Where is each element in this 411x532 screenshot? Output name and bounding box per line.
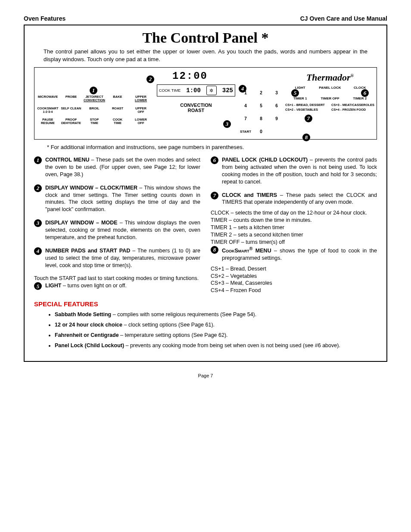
descriptions: 1 CONTROL MENU – These pads set the oven… xyxy=(34,156,377,294)
key-2: 2 xyxy=(256,87,266,98)
desc-7: 7 CLOCK and TIMERS – These pads select t… xyxy=(211,192,377,206)
desc-7-cont3: TIMER 1 – sets a kitchen timer TIMER 2 –… xyxy=(211,224,377,246)
label-timer-off: TIMER OFF xyxy=(315,96,345,100)
label-clock: CLOCK xyxy=(345,86,375,90)
pad-upper-off: UPPER OFF xyxy=(129,106,153,115)
pad-lower-off: LOWER OFF xyxy=(129,117,153,126)
cs3: CS+3 - MEAT/CASSEROLES xyxy=(331,103,375,107)
special-item: Sabbath Mode Setting – complies with som… xyxy=(55,310,377,319)
label-panel-lock: PANEL LOCK xyxy=(315,86,345,90)
page-number: Page 7 xyxy=(24,373,387,378)
page-title: The Control Panel * xyxy=(34,30,377,46)
key-start: START xyxy=(240,126,251,137)
fan-icon: ✲ xyxy=(206,86,217,95)
label-timer-1: TIMER 1 xyxy=(285,96,315,100)
pad-roast: ROAST xyxy=(106,106,129,115)
header-left: Oven Features xyxy=(24,15,65,22)
label-timer-2: TIMER 2 xyxy=(345,96,375,100)
key-7: 7 xyxy=(240,113,251,124)
pad-bake: BAKE xyxy=(106,94,129,103)
pad-broil: BROIL xyxy=(83,106,106,115)
cs2: CS+2 - VEGETABLES xyxy=(285,108,329,112)
control-panel-diagram: 1 2 3 4 5 6 7 8 MICROWAVE PROBE JETDIREC… xyxy=(34,67,377,140)
desc-5: 5 LIGHT – turns oven light on or off. xyxy=(34,282,200,290)
right-panel: Thermador® LIGHT PANEL LOCK CLOCK TIMER … xyxy=(285,70,375,137)
key-8: 8 xyxy=(256,113,266,124)
mode-name: CONVECTION ROAST xyxy=(155,103,237,113)
key-3: 3 xyxy=(271,87,282,98)
special-features-list: Sabbath Mode Setting – complies with som… xyxy=(47,310,377,350)
desc-1: 1 CONTROL MENU – These pads set the oven… xyxy=(34,156,200,178)
footnote: * For additional information and instruc… xyxy=(47,144,377,150)
pad-stop-time: STOP TIME xyxy=(83,117,106,126)
brand-logo: Thermador® xyxy=(285,72,375,83)
cs1: CS+1 - BREAD, DESSERT xyxy=(285,103,329,107)
temp-value: 325 xyxy=(222,87,233,94)
label-light: LIGHT xyxy=(285,86,315,90)
special-features-heading: SPECIAL FEATURES xyxy=(34,300,377,308)
desc-3: 3 DISPLAY WINDOW – MODE – This window di… xyxy=(34,219,200,241)
pad-cooksmart: COOKSMART 1·2·3·4 xyxy=(36,106,59,115)
pad-microwave: MICROWAVE xyxy=(36,94,59,103)
mode-display: COOK TIME 1:00 ✲ 325 xyxy=(157,84,235,96)
desc-7-cont1: CLOCK – selects the time of day on the 1… xyxy=(211,209,377,217)
callout-1: 1 xyxy=(90,87,97,94)
callout-7: 7 xyxy=(305,115,312,122)
special-item: 12 or 24 hour clock choice – clock setti… xyxy=(55,320,377,329)
pad-cook-time: COOK TIME xyxy=(106,117,129,126)
pad-upper-lower: UPPERLOWER xyxy=(129,94,153,103)
pad-proof-dehydrate: PROOF DEHYDRATE xyxy=(59,117,83,126)
cook-time-value: 1:00 xyxy=(186,87,201,94)
page-header: Oven Features CJ Oven Care and Use Manua… xyxy=(24,15,387,22)
pad-probe: PROBE xyxy=(59,94,83,103)
desc-8: 8 CookSmart® MENU – shows the type of fo… xyxy=(211,246,377,262)
control-menu-pads: MICROWAVE PROBE JETDIRECTCONVECTION BAKE… xyxy=(36,70,153,137)
desc-4: 4 NUMBER PADS and START PAD – The number… xyxy=(34,247,200,269)
special-item: Panel Lock (Child Lockout) – prevents an… xyxy=(55,341,377,350)
key-6: 6 xyxy=(271,100,282,111)
cooksmart-legend: CS+1 - BREAD, DESSERT CS+3 - MEAT/CASSER… xyxy=(285,103,375,112)
key-5: 5 xyxy=(256,100,266,111)
key-0: 0 xyxy=(256,126,266,137)
number-keypad: 1 2 3 4 5 6 7 8 9 START 0 xyxy=(240,70,283,137)
descriptions-left: 1 CONTROL MENU – These pads set the oven… xyxy=(34,156,200,294)
main-content-box: The Control Panel * The control panel al… xyxy=(24,25,387,362)
pad-self-clean: SELF CLEAN xyxy=(59,106,83,115)
pad-pause-resume: PAUSE RESUME xyxy=(36,117,59,126)
callout-4: 4 xyxy=(239,85,246,93)
desc-7-cont2: TIMER – counts down the time in minutes. xyxy=(211,217,377,224)
desc-8-cont: CS+1 – Bread, Dessert CS+2 – Vegetables … xyxy=(211,265,377,295)
callout-3: 3 xyxy=(223,120,231,128)
callout-2: 2 xyxy=(146,75,154,83)
intro-paragraph: The control panel allows you to set eith… xyxy=(44,48,367,63)
key-4: 4 xyxy=(240,100,251,111)
clock-display: 12:00 xyxy=(155,70,237,82)
key-9: 9 xyxy=(271,113,282,124)
desc-2: 2 DISPLAY WINDOW – CLOCK/TIMER – This wi… xyxy=(34,184,200,214)
cook-time-label: COOK TIME xyxy=(159,88,181,93)
callout-8: 8 xyxy=(302,134,310,141)
cs4: CS+4 - FROZEN FOOD xyxy=(331,108,375,112)
special-item: Fahrenheit or Centigrade – temperature s… xyxy=(55,331,377,339)
desc-6: 6 PANEL LOCK (CHILD LOCKOUT) – prevents … xyxy=(211,156,377,186)
header-right: CJ Oven Care and Use Manual xyxy=(300,15,387,22)
pad-jetdirect-convection: JETDIRECTCONVECTION xyxy=(83,94,106,103)
descriptions-right: 6 PANEL LOCK (CHILD LOCKOUT) – prevents … xyxy=(211,156,377,294)
desc-4-cont: Touch the START pad last to start cookin… xyxy=(34,275,200,282)
